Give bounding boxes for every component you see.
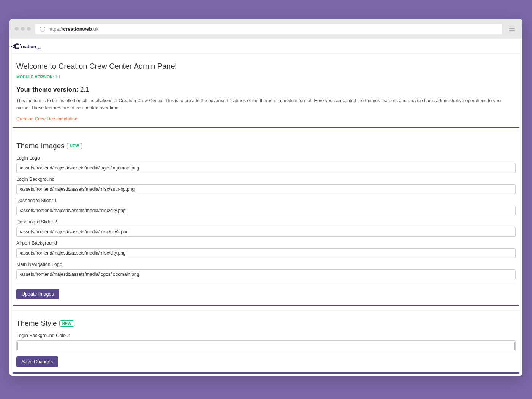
browser-chrome: https://creationweb.uk <box>10 19 522 39</box>
new-badge: NEW <box>67 143 82 149</box>
login-bg-colour-label: Login Background Colour <box>16 333 516 338</box>
url-bar[interactable]: https://creationweb.uk <box>35 24 502 34</box>
module-description: This module is to be installed on all in… <box>16 97 516 111</box>
airport-background-label: Airport Background <box>16 241 516 246</box>
reload-icon[interactable] <box>40 26 45 32</box>
minimize-window-icon[interactable] <box>21 27 25 31</box>
welcome-card: Welcome to Creation Crew Center Admin Pa… <box>13 53 519 128</box>
theme-images-title-text: Theme Images <box>16 142 65 150</box>
logo-subtext: web <box>36 48 41 50</box>
theme-version-value: 2.1 <box>80 86 89 93</box>
update-images-button[interactable]: Update Images <box>16 289 59 299</box>
dashboard-slider-2-input[interactable] <box>16 227 516 237</box>
page-title: Welcome to Creation Crew Center Admin Pa… <box>16 62 516 71</box>
login-background-field: Login Background <box>16 177 516 194</box>
dashboard-slider-1-field: Dashboard Slider 1 <box>16 198 516 215</box>
theme-style-title-text: Theme Style <box>16 319 57 328</box>
dashboard-slider-2-label: Dashboard Slider 2 <box>16 219 516 225</box>
menu-icon[interactable] <box>507 24 517 34</box>
form-divider <box>16 283 516 283</box>
theme-style-title: Theme Style NEW <box>16 319 516 328</box>
logo-bar: reationweb <box>10 39 522 53</box>
color-swatch <box>17 342 515 350</box>
login-background-label: Login Background <box>16 177 516 182</box>
logo-mark-icon <box>13 43 22 52</box>
page-body: reationweb Welcome to Creation Crew Cent… <box>10 39 522 376</box>
login-bg-colour-input[interactable] <box>16 340 516 351</box>
save-changes-button[interactable]: Save Changes <box>16 356 58 367</box>
browser-frame: https://creationweb.uk reationweb Welcom… <box>10 19 522 376</box>
dashboard-slider-1-input[interactable] <box>16 206 516 215</box>
new-badge: NEW <box>59 320 74 327</box>
login-logo-label: Login Logo <box>16 155 516 161</box>
theme-images-card: Theme Images NEW Login Logo Login Backgr… <box>13 133 519 306</box>
login-logo-field: Login Logo <box>16 155 516 173</box>
documentation-link[interactable]: Creation Crew Documentation <box>16 116 78 122</box>
dashboard-slider-2-field: Dashboard Slider 2 <box>16 219 516 237</box>
url-tld: .uk <box>92 26 98 32</box>
url-host: creationweb <box>63 26 92 32</box>
url-text: https://creationweb.uk <box>48 26 98 32</box>
main-nav-logo-field: Main Navigation Logo <box>16 262 516 279</box>
module-version: MODULE VERSION: 1.1 <box>16 74 516 79</box>
theme-version-label: Your theme version: <box>16 86 78 93</box>
url-prefix: https:// <box>48 26 63 32</box>
logo-text: reation <box>21 44 36 49</box>
airport-background-input[interactable] <box>16 248 516 258</box>
login-logo-input[interactable] <box>16 163 516 173</box>
login-bg-colour-field: Login Background Colour <box>16 333 516 351</box>
dashboard-slider-1-label: Dashboard Slider 1 <box>16 198 516 203</box>
close-window-icon[interactable] <box>15 27 19 31</box>
theme-style-card: Theme Style NEW Login Background Colour … <box>13 310 519 374</box>
maximize-window-icon[interactable] <box>27 27 31 31</box>
module-version-label: MODULE VERSION: <box>16 74 54 79</box>
theme-version: Your theme version: 2.1 <box>16 86 516 93</box>
airport-background-field: Airport Background <box>16 241 516 258</box>
login-background-input[interactable] <box>16 184 516 194</box>
main-nav-logo-label: Main Navigation Logo <box>16 262 516 267</box>
window-controls <box>15 27 31 31</box>
theme-images-title: Theme Images NEW <box>16 142 516 150</box>
app-logo[interactable]: reationweb <box>13 43 519 52</box>
module-version-value: 1.1 <box>55 74 61 79</box>
main-nav-logo-input[interactable] <box>16 269 516 279</box>
